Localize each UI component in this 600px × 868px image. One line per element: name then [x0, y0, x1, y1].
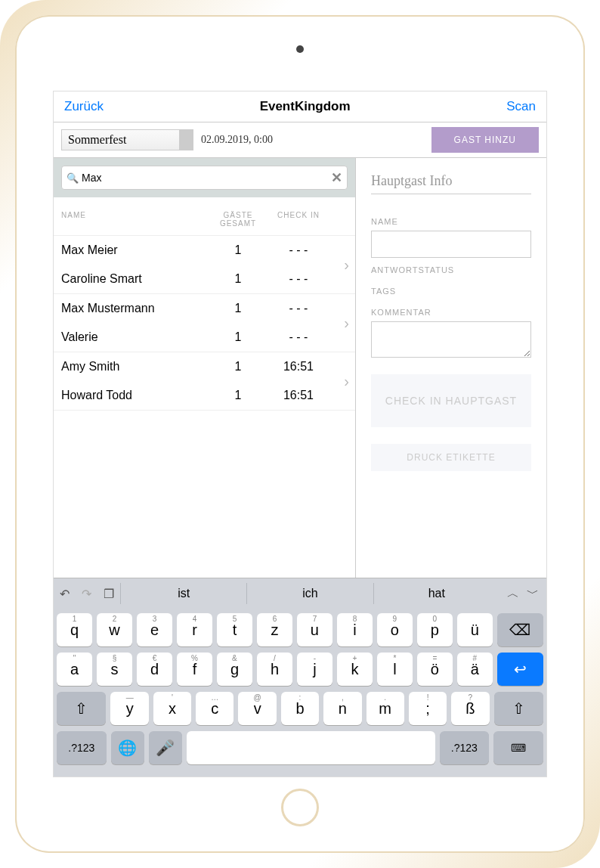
mic-key[interactable]: 🎤 — [149, 731, 182, 764]
table-header: NAME GÄSTE GESAMT CHECK IN — [54, 197, 355, 236]
header-guests: GÄSTE GESAMT — [212, 211, 264, 228]
event-dropdown[interactable]: Sommerfest — [61, 129, 193, 150]
guest-row[interactable]: Valerie1- - - — [54, 323, 355, 352]
guest-list-pane: 🔍 ✕ NAME GÄSTE GESAMT CHECK IN Max Meier… — [54, 158, 356, 578]
key-h[interactable]: /h — [257, 653, 292, 686]
key-ü[interactable]: ü — [457, 613, 493, 646]
key-x[interactable]: 'x — [153, 692, 191, 725]
suggestion-2[interactable]: ich — [246, 583, 373, 604]
key-m[interactable]: .m — [366, 692, 404, 725]
guest-group[interactable]: Amy Smith116:51Howard Todd116:51› — [54, 352, 355, 411]
key-d[interactable]: €d — [137, 653, 172, 686]
key-i[interactable]: 8i — [337, 613, 373, 646]
key-v[interactable]: @v — [238, 692, 276, 725]
key-e[interactable]: 3e — [137, 613, 172, 646]
guest-group[interactable]: Max Mustermann1- - -Valerie1- - -› — [54, 294, 355, 352]
comment-input[interactable] — [371, 321, 531, 358]
screen: Zurück EventKingdom Scan Sommerfest 02.0… — [53, 91, 547, 777]
globe-key[interactable]: 🌐 — [111, 731, 144, 764]
guest-row[interactable]: Howard Todd116:51 — [54, 381, 355, 410]
header-checkin: CHECK IN — [264, 211, 332, 228]
label-tags: TAGS — [371, 287, 531, 296]
name-input[interactable] — [371, 231, 531, 258]
guest-row[interactable]: Max Mustermann1- - - — [54, 294, 355, 323]
space-key[interactable] — [187, 731, 435, 764]
header-name: NAME — [61, 211, 212, 228]
guest-list: Max Meier1- - -Caroline Smart1- - -›Max … — [54, 236, 355, 411]
checkin-button[interactable]: CHECK IN HAUPTGAST — [371, 374, 531, 427]
key-u[interactable]: 7u — [297, 613, 332, 646]
key-c[interactable]: …c — [196, 692, 234, 725]
chevron-up-icon[interactable]: ︿ — [507, 586, 519, 602]
key-w[interactable]: 2w — [97, 613, 132, 646]
guest-checkin: 16:51 — [264, 389, 332, 402]
suggestion-1[interactable]: ist — [120, 583, 246, 604]
shift-key-left[interactable]: ⇧ — [57, 692, 106, 725]
key-p[interactable]: 0p — [417, 613, 453, 646]
key-r[interactable]: 4r — [177, 613, 212, 646]
ipad-frame: Zurück EventKingdom Scan Sommerfest 02.0… — [0, 0, 600, 868]
guest-name: Howard Todd — [61, 389, 212, 402]
hide-keyboard-key[interactable]: ⌨ — [493, 731, 543, 764]
print-label-button[interactable]: DRUCK ETIKETTE — [371, 444, 531, 471]
keyboard-suggestion-bar: ↶ ↷ ❐ ist ich hat ︿ ﹀ — [54, 578, 546, 609]
key-ä[interactable]: #ä — [457, 653, 493, 686]
back-button[interactable]: Zurück — [64, 99, 104, 114]
suggestion-3[interactable]: hat — [373, 583, 499, 604]
key-f[interactable]: %f — [177, 653, 212, 686]
numbers-key-left[interactable]: .?123 — [57, 731, 107, 764]
key-g[interactable]: &g — [217, 653, 252, 686]
return-key[interactable]: ↩ — [497, 653, 543, 686]
key-k[interactable]: +k — [337, 653, 373, 686]
undo-icon[interactable]: ↶ — [54, 587, 76, 601]
key-q[interactable]: 1q — [57, 613, 92, 646]
keyboard: ↶ ↷ ❐ ist ich hat ︿ ﹀ 1q2w3e4r5t6z7u8i9o… — [54, 578, 546, 777]
search-input[interactable] — [82, 172, 331, 184]
key-b[interactable]: :b — [281, 692, 319, 725]
numbers-key-right[interactable]: .?123 — [440, 731, 490, 764]
toolbar: Sommerfest 02.09.2019, 0:00 GAST HINZU — [54, 122, 546, 158]
key-y[interactable]: —y — [110, 692, 148, 725]
key-ö[interactable]: =ö — [417, 653, 453, 686]
search-field[interactable]: 🔍 ✕ — [61, 166, 348, 190]
guest-count: 1 — [212, 360, 264, 374]
add-guest-button[interactable]: GAST HINZU — [431, 127, 539, 153]
detail-pane: Hauptgast Info NAME ANTWORTSTATUS TAGS K… — [356, 158, 546, 578]
home-button[interactable] — [281, 789, 319, 826]
key-s[interactable]: §s — [97, 653, 132, 686]
key-j[interactable]: -j — [297, 653, 332, 686]
key-a[interactable]: "a — [57, 653, 92, 686]
guest-checkin: - - - — [264, 272, 332, 286]
content: 🔍 ✕ NAME GÄSTE GESAMT CHECK IN Max Meier… — [54, 158, 546, 578]
navbar: Zurück EventKingdom Scan — [54, 91, 546, 122]
clipboard-icon[interactable]: ❐ — [97, 587, 120, 601]
key-o[interactable]: 9o — [377, 613, 413, 646]
chevron-down-icon[interactable]: ﹀ — [527, 586, 539, 602]
redo-icon[interactable]: ↷ — [76, 587, 97, 601]
scan-button[interactable]: Scan — [506, 99, 536, 114]
guest-row[interactable]: Caroline Smart1- - - — [54, 265, 355, 293]
guest-count: 1 — [212, 302, 264, 315]
shift-key-right[interactable]: ⇧ — [494, 692, 543, 725]
backspace-key[interactable]: ⌫ — [497, 613, 543, 646]
guest-row[interactable]: Amy Smith116:51 — [54, 352, 355, 381]
guest-name: Amy Smith — [61, 360, 212, 374]
guest-count: 1 — [212, 272, 264, 286]
keyboard-rows: 1q2w3e4r5t6z7u8i9o0pü⌫ "a§s€d%f&g/h-j+k*… — [54, 609, 546, 777]
guest-group[interactable]: Max Meier1- - -Caroline Smart1- - -› — [54, 236, 355, 294]
key-;[interactable]: !; — [409, 692, 447, 725]
key-ß[interactable]: ?ß — [451, 692, 489, 725]
guest-row[interactable]: Max Meier1- - - — [54, 236, 355, 265]
key-n[interactable]: ,n — [323, 692, 361, 725]
key-z[interactable]: 6z — [257, 613, 292, 646]
guest-checkin: - - - — [264, 330, 332, 344]
camera-icon — [296, 45, 304, 53]
guest-name: Caroline Smart — [61, 272, 212, 286]
guest-checkin: 16:51 — [264, 360, 332, 374]
key-t[interactable]: 5t — [217, 613, 252, 646]
detail-title: Hauptgast Info — [371, 173, 531, 194]
guest-name: Valerie — [61, 330, 212, 344]
clear-icon[interactable]: ✕ — [331, 169, 342, 186]
chevron-right-icon: › — [344, 373, 349, 390]
key-l[interactable]: *l — [377, 653, 413, 686]
